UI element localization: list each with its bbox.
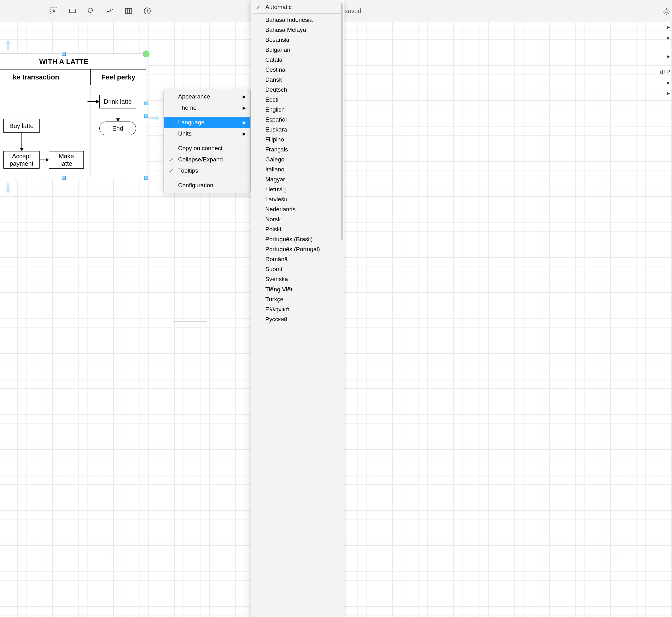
language-option[interactable]: Français (251, 145, 344, 155)
chevron-right-icon: ▶ (243, 120, 246, 125)
language-option[interactable]: Galego (251, 155, 344, 165)
svg-point-12 (665, 10, 668, 13)
language-option[interactable]: Nederlands (251, 204, 344, 214)
language-option[interactable]: Magyar (251, 175, 344, 185)
right-panel-peek: ▶ ▶ ▶ d+P ▶ ▶ (660, 22, 672, 98)
language-option[interactable]: Español (251, 115, 344, 125)
language-option[interactable]: Deutsch (251, 85, 344, 95)
table-tool-button[interactable] (123, 5, 134, 16)
node-drink-latte[interactable]: Drink latte (99, 95, 136, 109)
svg-line-17 (664, 9, 665, 9)
edge-accept-to-make (40, 160, 46, 160)
svg-line-18 (668, 13, 669, 14)
node-buy-latte[interactable]: Buy latte (3, 119, 40, 133)
language-option[interactable]: Norsk (251, 214, 344, 224)
menu-item-language[interactable]: Language ▶ (164, 117, 250, 128)
selection-handle[interactable] (62, 52, 66, 56)
language-option-automatic[interactable]: Automatic (251, 2, 344, 12)
language-option[interactable]: Português (Portugal) (251, 244, 344, 254)
selection-rotate-handle[interactable] (142, 50, 149, 57)
menu-separator (166, 178, 248, 178)
selection-handle[interactable] (62, 176, 66, 180)
menu-item-configuration[interactable]: Configuration... (164, 180, 250, 191)
selection-extend-up-icon[interactable] (5, 39, 12, 52)
language-option[interactable]: Русский (251, 315, 344, 325)
language-option[interactable]: Türkçe (251, 294, 344, 304)
swimlane-container[interactable]: WITH A LATTE ke transaction Feel perky B… (0, 54, 146, 178)
language-option[interactable]: Tiếng Việt (251, 284, 344, 294)
chevron-right-icon: ▶ (243, 94, 246, 99)
svg-rect-4 (91, 11, 94, 14)
language-option[interactable]: Bulgarian (251, 45, 344, 55)
selection-extend-down-icon[interactable] (5, 183, 12, 196)
language-option[interactable]: English (251, 105, 344, 115)
selection-handle[interactable] (144, 176, 148, 180)
menu-separator (254, 13, 341, 14)
swimlane-title[interactable]: WITH A LATTE (0, 54, 146, 69)
menu-item-units[interactable]: Units ▶ (164, 128, 250, 139)
node-accept-payment[interactable]: Accept payment (3, 151, 40, 169)
language-option[interactable]: Svenska (251, 274, 344, 284)
menu-item-collapse-expand[interactable]: Collapse/Expand (164, 154, 250, 165)
language-option[interactable]: Filipino (251, 135, 344, 145)
shape-tool-button[interactable] (86, 5, 97, 16)
language-option[interactable]: Bosanski (251, 35, 344, 45)
appearance-toggle-icon[interactable] (661, 6, 672, 17)
edge-drink-to-end (118, 109, 118, 119)
rectangle-tool-button[interactable] (67, 5, 78, 16)
lane-divider (91, 85, 91, 178)
chevron-right-icon[interactable]: ▶ (667, 54, 670, 59)
language-option[interactable]: Čeština (251, 65, 344, 75)
menu-item-label: Language (178, 119, 205, 126)
language-option[interactable]: Lietuvių (251, 185, 344, 194)
language-option[interactable]: Bahasa Melayu (251, 25, 344, 35)
menu-item-label: Tooltips (178, 167, 198, 174)
chevron-right-icon[interactable]: ▶ (667, 25, 670, 30)
svg-line-19 (668, 9, 669, 9)
text-tool-button[interactable]: A (48, 5, 59, 16)
svg-rect-2 (69, 9, 76, 13)
selection-extend-right-icon[interactable] (149, 115, 161, 123)
menu-item-label: Collapse/Expand (178, 156, 223, 163)
chevron-right-icon[interactable]: ▶ (667, 35, 670, 40)
menu-item-tooltips[interactable]: Tooltips (164, 165, 250, 176)
language-submenu[interactable]: Automatic Bahasa Indonesia Bahasa Melayu… (251, 0, 344, 617)
chevron-right-icon[interactable]: ▶ (667, 91, 670, 96)
selection-handle[interactable] (144, 101, 148, 105)
language-option[interactable]: Latviešu (251, 194, 344, 204)
language-option[interactable]: Euskara (251, 125, 344, 135)
selection-handle[interactable] (144, 114, 148, 118)
language-option[interactable]: Português (Brasil) (251, 234, 344, 244)
scrollbar[interactable] (341, 3, 343, 240)
page-indicator[interactable] (173, 321, 207, 322)
node-end[interactable]: End (99, 122, 136, 135)
language-option[interactable]: Bahasa Indonesia (251, 15, 344, 25)
chevron-right-icon[interactable]: ▶ (667, 80, 670, 85)
swimlane-column-feel-perky[interactable]: Feel perky (91, 69, 146, 85)
edge-into-drink (87, 101, 97, 102)
toolbar-tool-group: A (48, 5, 153, 16)
swimlane-column-transaction[interactable]: ke transaction (0, 69, 91, 85)
menu-item-label: Units (178, 130, 192, 137)
language-option[interactable]: Eesti (251, 95, 344, 105)
node-make-latte[interactable]: Make latte (49, 151, 84, 169)
menu-item-label: Appearance (178, 93, 210, 100)
menu-item-copy-on-connect[interactable]: Copy on connect (164, 143, 250, 154)
menu-item-label: Copy on connect (178, 145, 223, 152)
add-tool-button[interactable] (142, 5, 153, 16)
language-option[interactable]: Polski (251, 224, 344, 234)
language-option[interactable]: Ελληνικά (251, 304, 344, 315)
language-option[interactable]: Dansk (251, 75, 344, 85)
freehand-tool-button[interactable] (104, 5, 115, 16)
language-option[interactable]: Català (251, 55, 344, 65)
menu-item-appearance[interactable]: Appearance ▶ (164, 91, 250, 102)
language-option[interactable]: Română (251, 254, 344, 264)
chevron-right-icon: ▶ (243, 131, 246, 136)
swimlane-column-headers: ke transaction Feel perky (0, 69, 146, 85)
swimlane-body: Buy latte Accept payment Make latte Drin… (0, 85, 146, 178)
keyboard-shortcut-text: d+P (660, 69, 670, 75)
context-menu[interactable]: Appearance ▶ Theme ▶ Language ▶ Units ▶ … (163, 89, 251, 193)
language-option[interactable]: Italiano (251, 165, 344, 175)
menu-item-theme[interactable]: Theme ▶ (164, 102, 250, 114)
language-option[interactable]: Suomi (251, 264, 344, 274)
